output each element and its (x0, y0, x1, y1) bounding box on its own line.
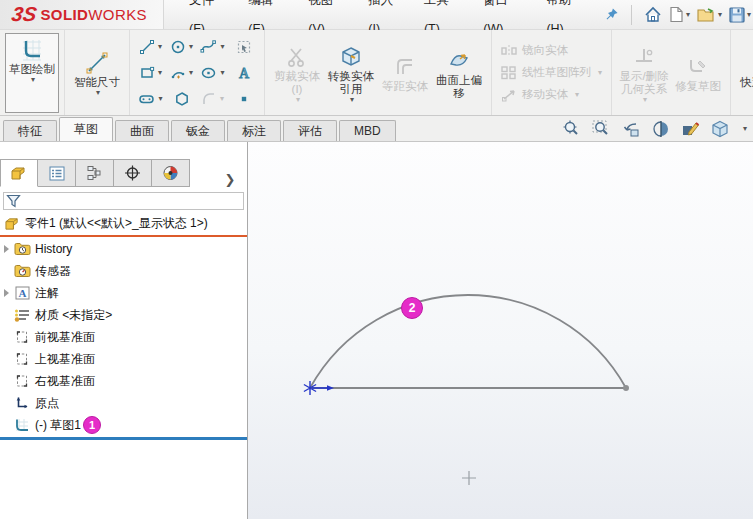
tab-sheet-metal[interactable]: 钣金 (171, 120, 225, 141)
panel-expand-chevron[interactable]: ❯ (213, 172, 247, 187)
tree-item-history[interactable]: History (0, 238, 247, 260)
edit-appearance-icon[interactable] (681, 120, 700, 138)
text-tool[interactable]: A (228, 60, 259, 86)
smart-dimension-dropdown[interactable]: ▾ (96, 89, 100, 97)
fillet-tool-dropdown[interactable]: ▾ (220, 95, 224, 103)
fillet-tool[interactable]: ▾ (197, 86, 228, 112)
filter-funnel-icon (6, 194, 21, 208)
tree-root-part[interactable]: 零件1 (默认<<默认>_显示状态 1>) (0, 212, 247, 234)
sketch-draw-button[interactable]: 草图绘制 ▾ (5, 33, 59, 113)
convert-entities-dropdown[interactable]: ▾ (350, 96, 354, 104)
move-entities-dropdown[interactable]: ▾ (575, 91, 579, 99)
display-manager-tab[interactable] (152, 159, 190, 187)
root-part-label: 零件1 (默认<<默认>_显示状态 1>) (25, 215, 208, 232)
slot-tool-dropdown[interactable]: ▾ (158, 95, 162, 103)
move-entities-button[interactable]: 移动实体 ▾ (501, 87, 602, 102)
circle-tool[interactable]: ▾ (166, 34, 197, 60)
point-tool[interactable] (228, 86, 259, 112)
rectangle-tool-dropdown[interactable]: ▾ (158, 69, 162, 77)
line-tool-dropdown[interactable]: ▾ (158, 43, 162, 51)
offset-entities-button[interactable]: 等距实体 (378, 51, 432, 94)
zoom-area-icon[interactable] (592, 120, 611, 138)
linear-pattern-button[interactable]: 线性草图阵列 ▾ (501, 65, 602, 80)
expand-arrow-icon[interactable] (0, 289, 13, 297)
save-button[interactable]: ▾ (727, 5, 753, 25)
offset-on-surface-icon (447, 48, 471, 74)
tree-item-front-plane[interactable]: 前视基准面 (0, 326, 247, 348)
material-label: 材质 <未指定> (35, 307, 112, 324)
graphics-viewport[interactable]: 2 (248, 142, 753, 519)
property-manager-tab[interactable] (38, 159, 76, 187)
polygon-tool[interactable] (166, 86, 197, 112)
trim-entities-dropdown[interactable]: ▾ (296, 96, 300, 104)
tree-item-sketch1[interactable]: (-) 草图1 1 (0, 414, 247, 436)
reference-plane-icon (13, 329, 31, 345)
ribbon-group-pattern: 镜向实体 线性草图阵列 ▾ 移动实体 ▾ (492, 30, 612, 115)
tree-item-annotations[interactable]: A 注解 (0, 282, 247, 304)
trim-entities-button[interactable]: 剪裁实体(I) ▾ (270, 41, 324, 105)
new-document-button[interactable]: ▾ (667, 4, 692, 25)
rectangle-tool[interactable]: ▾ (135, 60, 166, 86)
history-folder-icon (13, 241, 31, 257)
configuration-manager-tab[interactable] (76, 159, 114, 187)
arc-tool-dropdown[interactable]: ▾ (189, 69, 193, 77)
rollback-bar[interactable] (0, 437, 247, 440)
sketch-canvas (248, 142, 752, 519)
sketch-arc[interactable] (310, 295, 626, 388)
zoom-fit-icon[interactable] (562, 120, 581, 138)
tree-item-right-plane[interactable]: 右视基准面 (0, 370, 247, 392)
tab-mbd[interactable]: MBD (339, 120, 396, 141)
tree-root-divider (0, 235, 247, 237)
spline-tool[interactable]: ▾ (197, 34, 228, 60)
linear-pattern-dropdown[interactable]: ▾ (598, 69, 602, 77)
feature-manager-tab[interactable] (0, 159, 38, 187)
offset-entities-icon (394, 54, 416, 80)
display-style-icon[interactable] (711, 120, 730, 138)
offset-on-surface-button[interactable]: 曲面上偏移 (432, 45, 486, 101)
tree-filter-field[interactable] (3, 192, 244, 210)
expand-arrow-icon[interactable] (0, 245, 13, 253)
display-delete-relations-button[interactable]: 显示/删除几何关系 ▾ (617, 41, 671, 105)
sketch-endpoint[interactable] (623, 385, 629, 391)
display-delete-relations-dropdown[interactable]: ▾ (643, 96, 647, 104)
new-document-dropdown[interactable]: ▾ (686, 11, 690, 19)
tree-item-sensors[interactable]: 传感器 (0, 260, 247, 282)
repair-sketch-button[interactable]: 修复草图 (671, 51, 725, 94)
select-region-tool[interactable] (228, 34, 259, 60)
dimxpert-manager-tab[interactable] (114, 159, 152, 187)
line-tool[interactable]: ▾ (135, 34, 166, 60)
ellipse-tool[interactable]: ▾ (197, 60, 228, 86)
quick-snaps-button[interactable]: 快速捕捉 ▾ (736, 47, 753, 98)
arc-tool[interactable]: ▾ (166, 60, 197, 86)
slot-tool[interactable]: ▾ (135, 86, 166, 112)
spline-tool-dropdown[interactable]: ▾ (220, 43, 224, 51)
convert-entities-button[interactable]: 转换实体引用 ▾ (324, 41, 378, 105)
sketch-draw-dropdown[interactable]: ▾ (31, 76, 35, 84)
tree-item-material[interactable]: 材质 <未指定> (0, 304, 247, 326)
smart-dimension-icon (85, 50, 109, 76)
tree-item-origin[interactable]: 原点 (0, 392, 247, 414)
tab-surfaces[interactable]: 曲面 (115, 120, 169, 141)
tab-evaluate[interactable]: 评估 (283, 120, 337, 141)
display-style-dropdown[interactable]: ▾ (743, 125, 747, 133)
ribbon-group-dimension: 智能尺寸 ▾ (65, 30, 130, 115)
sketch-icon (13, 417, 31, 433)
open-document-button[interactable]: ▾ (695, 5, 724, 25)
smart-dimension-button[interactable]: 智能尺寸 ▾ (70, 47, 124, 98)
section-view-icon[interactable] (652, 120, 670, 138)
tree-item-top-plane[interactable]: 上视基准面 (0, 348, 247, 370)
mirror-entities-button[interactable]: 镜向实体 (501, 43, 602, 58)
brand-works-text: WORKS (88, 6, 147, 23)
open-document-dropdown[interactable]: ▾ (718, 11, 722, 19)
circle-tool-dropdown[interactable]: ▾ (189, 43, 193, 51)
tab-annotation[interactable]: 标注 (227, 120, 281, 141)
home-button[interactable] (642, 4, 664, 25)
main-area: ❯ 零件1 (默认<<默认>_显示状态 1>) History (0, 142, 753, 519)
pin-menu-icon[interactable] (602, 5, 621, 24)
tab-features[interactable]: 特征 (3, 120, 57, 141)
sketch-draw-icon (19, 37, 45, 63)
previous-view-icon[interactable] (622, 120, 641, 138)
ellipse-tool-dropdown[interactable]: ▾ (220, 69, 224, 77)
save-dropdown[interactable]: ▾ (747, 11, 751, 19)
tab-sketch[interactable]: 草图 (59, 117, 113, 141)
